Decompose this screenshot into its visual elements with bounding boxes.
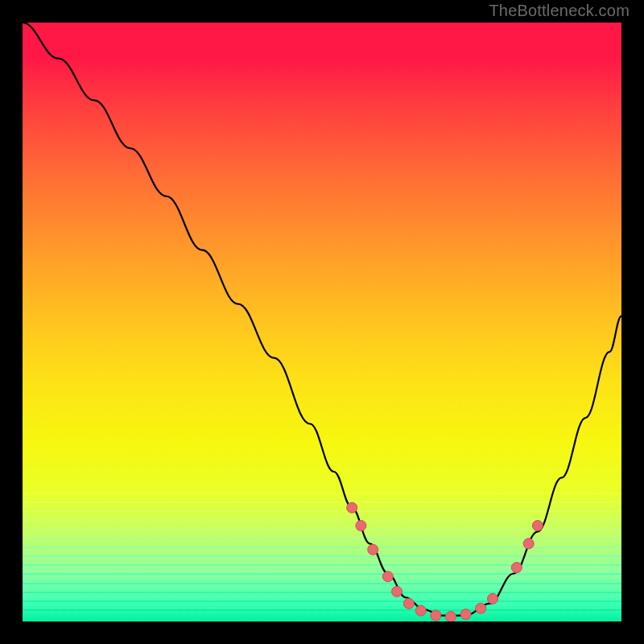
watermark-label: TheBottleneck.com: [489, 2, 630, 20]
curve-marker: [511, 563, 522, 573]
bottleneck-curve: [23, 23, 621, 616]
curve-marker: [356, 520, 366, 530]
curve-marker: [532, 520, 543, 530]
curve-marker: [488, 593, 498, 604]
chart-frame: [12, 12, 632, 632]
chart-svg: [23, 23, 621, 621]
curve-marker: [460, 609, 471, 620]
curve-marker: [368, 544, 378, 555]
curve-marker: [431, 610, 441, 621]
curve-marker: [382, 572, 393, 582]
curve-markers: [347, 502, 543, 621]
curve-marker: [476, 603, 486, 613]
curve-marker: [347, 502, 357, 513]
curve-marker: [403, 598, 414, 609]
curve-marker: [415, 605, 426, 616]
curve-marker: [523, 539, 534, 549]
plot-area: [23, 23, 621, 621]
curve-marker: [392, 586, 402, 597]
curve-marker: [445, 612, 456, 621]
